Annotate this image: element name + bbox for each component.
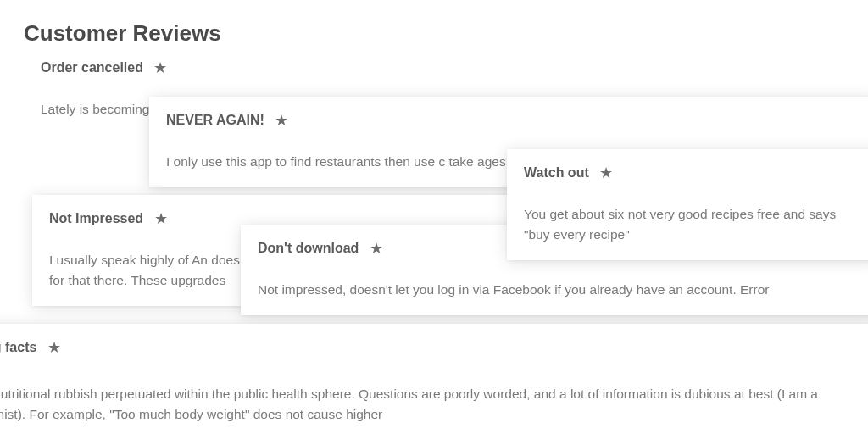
- review-title: NEVER AGAIN!: [166, 113, 264, 128]
- star-icon: ★: [275, 113, 288, 128]
- star-icon: ★: [154, 211, 168, 226]
- review-body: You get about six not very good recipes …: [524, 204, 863, 245]
- review-title: Don't download: [258, 241, 359, 256]
- review-title: Watch out: [524, 165, 589, 181]
- reviews-page: Customer Reviews Order cancelled ★ Latel…: [0, 0, 868, 434]
- star-icon: ★: [370, 241, 383, 256]
- star-icon: ★: [47, 340, 61, 355]
- star-icon: ★: [153, 60, 167, 75]
- review-title: Not Impressed: [49, 211, 143, 226]
- review-body: same nutritional rubbish perpetuated wit…: [0, 384, 865, 425]
- review-title: balling facts: [0, 340, 36, 355]
- page-title: Customer Reviews: [24, 20, 221, 47]
- review-title: Order cancelled: [41, 60, 143, 75]
- star-icon: ★: [599, 165, 613, 181]
- review-card-watch-out[interactable]: Watch out ★ You get about six not very g…: [507, 149, 868, 260]
- review-card-balling-facts[interactable]: balling facts ★ same nutritional rubbish…: [0, 324, 868, 434]
- review-body: Not impressed, doesn't let you log in vi…: [258, 280, 868, 300]
